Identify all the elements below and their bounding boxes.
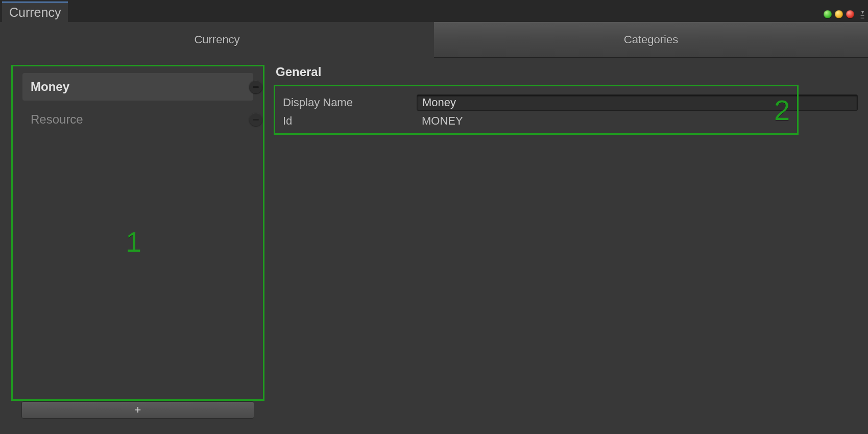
tab-currency[interactable]: Currency — [0, 22, 434, 58]
window-tab-label: Currency — [9, 5, 61, 20]
remove-item-button[interactable] — [249, 113, 262, 126]
sidebar: Money Resource + — [11, 65, 264, 424]
main-tabs: Currency Categories — [0, 22, 868, 58]
plus-icon: + — [135, 403, 141, 417]
add-item-button[interactable]: + — [21, 401, 254, 419]
traffic-light-red-icon[interactable] — [846, 10, 854, 18]
sidebar-item-resource[interactable]: Resource — [22, 106, 253, 133]
details-panel: General Display Name Id MONEY — [276, 65, 858, 130]
section-header-general: General — [276, 65, 858, 79]
sidebar-item-label: Resource — [31, 112, 83, 127]
field-display-name: Display Name — [276, 93, 858, 112]
minus-icon — [253, 119, 259, 120]
editor-body: Money Resource + General Display Name Id — [0, 58, 868, 434]
remove-item-button[interactable] — [249, 80, 262, 93]
sidebar-list: Money Resource — [11, 65, 264, 398]
window-controls: ▾≡ — [824, 10, 868, 22]
field-id: Id MONEY — [276, 112, 858, 130]
sidebar-item-money[interactable]: Money — [22, 73, 253, 101]
panel-menu-icon[interactable]: ▾≡ — [860, 10, 864, 19]
field-label: Display Name — [276, 96, 417, 109]
window-tab-currency[interactable]: Currency — [2, 2, 68, 22]
field-label: Id — [276, 114, 417, 128]
titlebar: Currency ▾≡ — [0, 0, 868, 22]
tab-categories-label: Categories — [624, 33, 678, 46]
tab-categories[interactable]: Categories — [434, 22, 868, 58]
tab-currency-label: Currency — [194, 33, 239, 46]
display-name-input[interactable] — [417, 94, 858, 111]
sidebar-item-label: Money — [31, 80, 69, 94]
traffic-light-yellow-icon[interactable] — [835, 10, 843, 18]
id-value: MONEY — [417, 114, 463, 128]
traffic-light-green-icon[interactable] — [824, 10, 832, 18]
minus-icon — [253, 86, 259, 88]
